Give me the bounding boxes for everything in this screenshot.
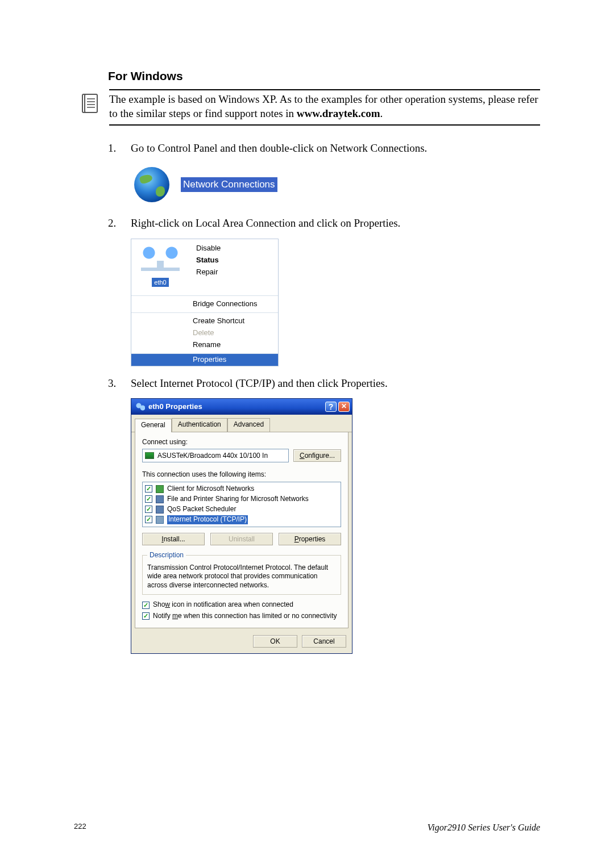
adapter-field: ASUSTeK/Broadcom 440x 10/100 In — [142, 449, 289, 462]
description-group: Description Transmission Control Protoco… — [142, 551, 341, 595]
lan-label: eth0 — [152, 278, 168, 287]
tab-authentication[interactable]: Authentication — [172, 418, 227, 432]
close-button[interactable]: ✕ — [338, 402, 350, 412]
step-2-text: Right-click on Local Area Connection and… — [131, 216, 540, 231]
note-tail: . — [380, 107, 383, 119]
notify-checkbox[interactable]: ✓ — [142, 612, 150, 620]
service-icon — [156, 495, 164, 503]
menu-delete: Delete — [131, 327, 278, 339]
menu-repair[interactable]: Repair — [190, 266, 278, 278]
show-icon-label: Show icon in notification area when conn… — [153, 600, 293, 610]
note-icon — [80, 89, 101, 119]
checkbox-icon[interactable]: ✓ — [145, 495, 152, 503]
adapter-name: ASUSTeK/Broadcom 440x 10/100 In — [157, 452, 268, 461]
item-tcpip[interactable]: ✓ Internet Protocol (TCP/IP) — [145, 515, 338, 525]
figure-properties-dialog: eth0 Properties ? ✕ General Authenticati… — [131, 398, 352, 653]
step-3-text: Select Internet Protocol (TCP/IP) and th… — [131, 377, 540, 391]
tab-general[interactable]: General — [135, 419, 172, 432]
uses-items-label: This connection uses the following items… — [142, 470, 341, 479]
menu-status[interactable]: Status — [190, 254, 278, 266]
figure-network-connections: Network Connections — [131, 163, 296, 206]
description-text: Transmission Control Protocol/Internet P… — [147, 564, 336, 590]
item-file-printer[interactable]: ✓ File and Printer Sharing for Microsoft… — [145, 494, 338, 504]
page-number: 222 — [74, 822, 86, 834]
items-listbox[interactable]: ✓ Client for Microsoft Networks ✓ File a… — [142, 482, 341, 527]
item-qos[interactable]: ✓ QoS Packet Scheduler — [145, 504, 338, 515]
checkbox-icon[interactable]: ✓ — [145, 485, 152, 493]
item-qos-label: QoS Packet Scheduler — [167, 505, 236, 514]
ok-button[interactable]: OK — [253, 635, 297, 648]
description-legend: Description — [147, 551, 186, 560]
item-client[interactable]: ✓ Client for Microsoft Networks — [145, 484, 338, 494]
note-box: The example is based on Windows XP. As t… — [109, 89, 540, 125]
network-connections-label: Network Connections — [181, 177, 277, 192]
nic-icon — [145, 452, 154, 459]
lan-icon — [141, 244, 180, 276]
menu-bridge[interactable]: Bridge Connections — [131, 298, 278, 310]
dialog-title: eth0 Properties — [148, 402, 202, 412]
menu-rename[interactable]: Rename — [131, 339, 278, 351]
titlebar-icon — [136, 402, 145, 411]
service-icon — [156, 506, 164, 514]
step-1-text: Go to Control Panel and then double-clic… — [131, 141, 540, 156]
uninstall-button: Uninstall — [210, 533, 273, 545]
section-heading: For Windows — [108, 68, 540, 84]
cancel-button[interactable]: Cancel — [302, 635, 346, 648]
step-3-number: 3. — [108, 377, 119, 654]
figure-context-menu: eth0 Disable Status Repair Bridge Connec… — [131, 239, 279, 366]
step-2-number: 2. — [108, 216, 119, 366]
globe-icon — [134, 167, 169, 202]
item-client-label: Client for Microsoft Networks — [167, 485, 254, 494]
guide-title: Vigor2910 Series User's Guide — [428, 822, 540, 834]
menu-shortcut[interactable]: Create Shortcut — [131, 315, 278, 327]
connect-using-label: Connect using: — [142, 438, 341, 447]
menu-properties[interactable]: Properties — [131, 354, 278, 366]
protocol-icon — [156, 516, 164, 524]
tab-advanced[interactable]: Advanced — [227, 418, 270, 432]
install-button[interactable]: Install... — [142, 533, 205, 545]
svg-rect-1 — [85, 94, 97, 112]
properties-button[interactable]: Properties — [279, 533, 341, 545]
service-icon — [156, 485, 164, 493]
note-link: www.draytek.com — [297, 107, 380, 119]
item-fps-label: File and Printer Sharing for Microsoft N… — [167, 495, 309, 504]
checkbox-icon[interactable]: ✓ — [145, 506, 152, 513]
menu-disable[interactable]: Disable — [190, 243, 278, 254]
notify-label: Notify me when this connection has limit… — [153, 612, 337, 621]
show-icon-checkbox[interactable]: ✓ — [142, 602, 150, 609]
checkbox-icon[interactable]: ✓ — [145, 516, 152, 523]
help-button[interactable]: ? — [325, 402, 337, 412]
configure-button[interactable]: Configure... — [293, 449, 341, 462]
dialog-titlebar: eth0 Properties ? ✕ — [131, 399, 352, 415]
item-tcpip-label: Internet Protocol (TCP/IP) — [167, 515, 248, 524]
step-1-number: 1. — [108, 141, 119, 207]
